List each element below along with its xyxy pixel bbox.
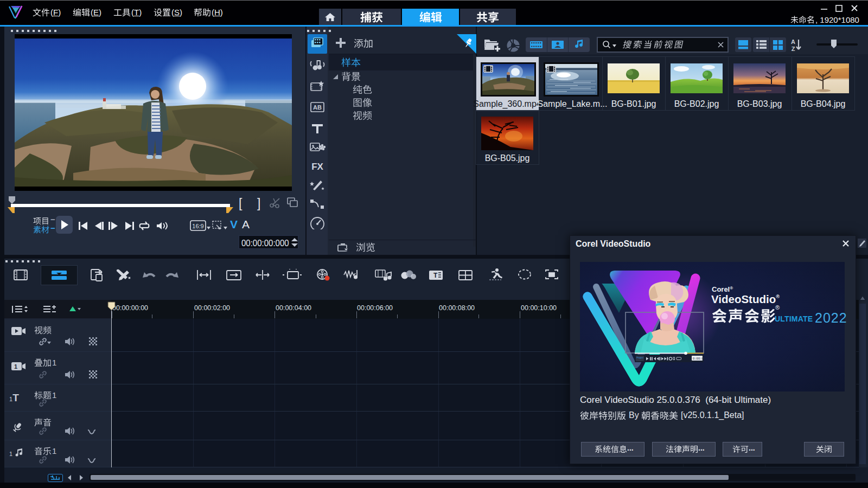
svg-text:AB: AB: [313, 104, 322, 111]
svg-text:FX: FX: [311, 162, 323, 172]
svg-text:Z: Z: [792, 46, 795, 52]
svg-text:16:9: 16:9: [192, 223, 203, 229]
svg-text:A: A: [791, 38, 795, 45]
svg-text:VideoStudio®: VideoStudio®: [711, 293, 780, 305]
svg-text:1: 1: [14, 363, 17, 370]
svg-text:T: T: [433, 272, 438, 279]
svg-text:Project: Project: [637, 356, 644, 359]
svg-text:0:00:0: 0:00:0: [693, 357, 704, 361]
